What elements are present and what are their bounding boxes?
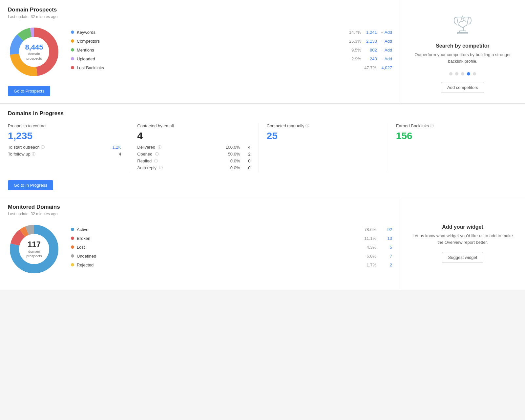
prospects-to-contact-block: Prospects to contact 1,235 To start outr…	[8, 123, 129, 172]
delivered-count: 4	[243, 145, 251, 150]
opened-label: Opened	[137, 152, 152, 157]
rejected-count: 2	[379, 262, 392, 267]
legend-row-uploaded: Uploaded 2.9% 243 + Add	[71, 56, 392, 61]
email-details: Delivered ⓘ 100.0% 4 Opened ⓘ 50.0% 2 Re…	[137, 145, 250, 170]
go-to-prospects-button[interactable]: Go to Prospects	[8, 86, 50, 96]
svg-marker-8	[461, 16, 465, 20]
svg-rect-6	[457, 32, 468, 34]
broken-dot	[71, 237, 74, 240]
domain-prospects-title: Domain Prospects	[8, 7, 392, 13]
replied-count: 0	[243, 158, 251, 163]
domain-prospects-panel: Domain Prospects Last update: 32 minutes…	[0, 0, 400, 103]
active-row: Active 78.6% 92	[71, 227, 392, 232]
auto-reply-count: 0	[243, 165, 251, 170]
svg-rect-7	[462, 28, 463, 31]
contacted-manually-info[interactable]: ⓘ	[305, 123, 309, 128]
mentions-pct: 9.5%	[347, 48, 361, 52]
undefined-count: 7	[379, 254, 392, 259]
delivered-info[interactable]: ⓘ	[158, 145, 161, 150]
opened-count: 2	[243, 152, 251, 157]
replied-info[interactable]: ⓘ	[154, 158, 158, 163]
uploaded-dot	[71, 57, 74, 60]
competitors-pct: 25.3%	[347, 39, 361, 44]
lost-backlinks-pct: 47.7%	[362, 65, 376, 70]
contacted-manually-value: 25	[267, 130, 380, 141]
to-start-outreach-value: 1.2K	[113, 145, 121, 150]
monitored-subtitle: Last update: 32 minutes ago	[8, 212, 392, 216]
lost-label: Lost	[77, 245, 359, 250]
competitor-desc: Outperform your competitors by building …	[411, 52, 514, 64]
auto-reply-info[interactable]: ⓘ	[159, 165, 163, 170]
add-competitors-button[interactable]: Add competitors	[441, 82, 484, 93]
replied-pct: 0.0%	[230, 158, 240, 163]
suggest-widget-button[interactable]: Suggest widget	[442, 252, 484, 263]
donut-center: 8,445 domainprospects	[25, 43, 43, 61]
keywords-count: 1,241	[364, 30, 377, 35]
dot-1[interactable]	[449, 72, 452, 75]
earned-backlinks-value: 156	[396, 130, 509, 141]
dot-5[interactable]	[473, 72, 476, 75]
competitor-panel: Search by competitor Outperform your com…	[400, 0, 525, 103]
uploaded-add[interactable]: + Add	[381, 56, 392, 61]
lost-backlinks-dot	[71, 66, 74, 69]
uploaded-pct: 2.9%	[347, 56, 361, 61]
competitors-count: 2,133	[364, 39, 377, 44]
domains-in-progress-panel: Domains in Progress Prospects to contact…	[0, 104, 525, 197]
keywords-add[interactable]: + Add	[381, 30, 392, 35]
opened-info[interactable]: ⓘ	[155, 152, 159, 157]
monitored-label: domainprospects	[26, 249, 42, 259]
earned-backlinks-label: Earned Backlinks ⓘ	[396, 123, 509, 128]
contacted-by-email-label: Contacted by email	[137, 123, 250, 128]
dot-2[interactable]	[455, 72, 458, 75]
domain-prospects-subtitle: Last update: 32 minutes ago	[8, 14, 392, 19]
delivered-pct: 100.0%	[225, 145, 240, 150]
active-pct: 78.6%	[362, 227, 376, 232]
opened-pct: 50.0%	[228, 152, 240, 157]
monitored-domains-panel: Monitored Domains Last update: 32 minute…	[0, 197, 400, 290]
go-to-in-progress-button[interactable]: Go to In Progress	[8, 180, 53, 190]
domains-in-progress-title: Domains in Progress	[8, 110, 517, 117]
to-start-outreach-label: To start outreach	[8, 145, 40, 150]
prospects-to-contact-value: 1,235	[8, 130, 121, 141]
lost-row: Lost 4.3% 5	[71, 245, 392, 250]
monitored-legend: Active 78.6% 92 Broken 11.1% 13 Lost 4.3…	[71, 227, 392, 271]
auto-reply-pct: 0.0%	[230, 165, 240, 170]
undefined-dot	[71, 254, 74, 258]
undefined-row: Undefined 6.0% 7	[71, 254, 392, 259]
active-count: 92	[379, 227, 392, 232]
replied-row: Replied ⓘ 0.0% 0	[137, 158, 250, 163]
broken-row: Broken 11.1% 13	[71, 236, 392, 241]
to-follow-up-info[interactable]: ⓘ	[32, 152, 35, 157]
widget-desc: Let us know what widget you'd like us to…	[411, 233, 514, 245]
to-follow-up-label: To follow up	[8, 152, 31, 157]
mentions-dot	[71, 48, 74, 52]
competitors-add[interactable]: + Add	[381, 39, 392, 44]
delivered-row: Delivered ⓘ 100.0% 4	[137, 145, 250, 150]
domain-prospects-chart: 8,445 domainprospects	[8, 26, 60, 78]
rejected-row: Rejected 1.7% 2	[71, 262, 392, 267]
to-follow-up-row: To follow up ⓘ 4	[8, 152, 121, 157]
contacted-by-email-value: 4	[137, 130, 250, 141]
undefined-label: Undefined	[77, 254, 359, 259]
to-follow-up-value: 4	[119, 152, 121, 157]
dot-3[interactable]	[461, 72, 464, 75]
delivered-label: Delivered	[137, 145, 155, 150]
to-start-outreach-info[interactable]: ⓘ	[41, 145, 45, 150]
lost-count: 5	[379, 245, 392, 250]
prospects-to-contact-label: Prospects to contact	[8, 123, 121, 128]
active-dot	[71, 228, 74, 231]
auto-reply-label: Auto reply	[137, 165, 157, 170]
contacted-manually-label: Contacted manually ⓘ	[267, 123, 380, 128]
keywords-dot	[71, 31, 74, 34]
widget-panel: Add your widget Let us know what widget …	[400, 197, 525, 290]
mentions-count: 802	[364, 48, 377, 52]
monitored-donut-center: 117 domainprospects	[26, 240, 42, 259]
monitored-title: Monitored Domains	[8, 204, 392, 210]
broken-count: 13	[379, 236, 392, 241]
earned-backlinks-info[interactable]: ⓘ	[430, 123, 434, 128]
contacted-manually-block: Contacted manually ⓘ 25	[267, 123, 388, 172]
competitor-title: Search by competitor	[436, 43, 490, 49]
mentions-add[interactable]: + Add	[381, 48, 392, 52]
dot-4[interactable]	[467, 72, 470, 75]
undefined-pct: 6.0%	[362, 254, 376, 259]
